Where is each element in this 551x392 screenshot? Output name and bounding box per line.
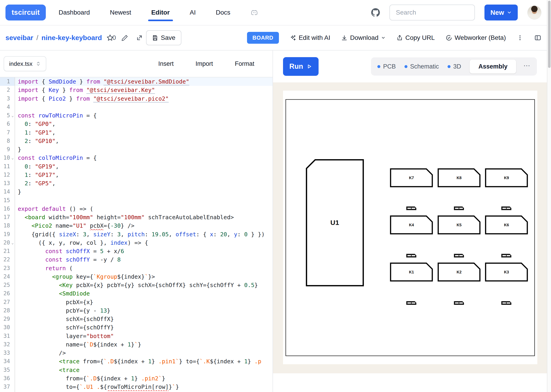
code-text: }: [15, 188, 272, 196]
editor-menu-format[interactable]: Format: [235, 60, 254, 67]
code-line[interactable]: 32 name={`D${index + 1}`}: [0, 340, 272, 349]
code-line[interactable]: 5⌄const rowToMicroPin = {: [0, 111, 272, 120]
code-line[interactable]: 22 const schOffY = -y / 8: [0, 255, 272, 264]
line-gutter: 35: [0, 366, 15, 374]
board-badge[interactable]: BOARD: [247, 32, 279, 44]
code-line[interactable]: 26 <SmdDiode: [0, 289, 272, 298]
avatar[interactable]: [527, 6, 541, 20]
logo[interactable]: tscircuit: [6, 5, 46, 21]
code-line[interactable]: 17 <board width="100mm" height="100mm" s…: [0, 213, 272, 222]
edit-with-ai-button[interactable]: Edit with AI: [290, 34, 330, 42]
assembly-canvas[interactable]: U1K7K8K9K4K5K6K1K2K3: [273, 82, 547, 373]
github-icon[interactable]: [371, 8, 380, 17]
new-button[interactable]: New: [485, 5, 518, 21]
code-line[interactable]: 3import { Pico2 } from "@tsci/seveibar.p…: [0, 94, 272, 103]
code-line[interactable]: 13 2: "GP5",: [0, 179, 272, 188]
code-area[interactable]: 1import { SmdDiode } from "@tsci/seveiba…: [0, 77, 272, 392]
code-line[interactable]: 10⌄const colToMicroPin = {: [0, 154, 272, 162]
fold-chevron-icon[interactable]: ⌄: [10, 238, 15, 247]
code-text: schX={schOffX}: [15, 315, 272, 323]
breadcrumb-project[interactable]: nine-key-keyboard: [42, 34, 102, 42]
fold-spacer: [10, 366, 15, 374]
code-line[interactable]: 6 0: "GP0",: [0, 120, 272, 128]
code-line[interactable]: 4: [0, 103, 272, 111]
nav-item-docs[interactable]: Docs: [216, 9, 230, 16]
code-line[interactable]: 7 1: "GP1",: [0, 128, 272, 137]
line-gutter: 30: [0, 323, 15, 332]
line-number: 33: [0, 349, 10, 357]
editor-menu-insert[interactable]: Insert: [158, 60, 174, 67]
page-scrollbar[interactable]: [547, 0, 551, 392]
code-line[interactable]: 2import { Key } from "@tsci/seveibar.Key…: [0, 86, 272, 94]
code-line[interactable]: 37 to={`.U1 .${rowToMicroPin[row]}`}: [0, 383, 272, 391]
tab-assembly[interactable]: Assembly: [470, 60, 516, 74]
tab-schematic[interactable]: Schematic: [404, 63, 439, 70]
breadcrumb-user[interactable]: seveibar: [6, 34, 33, 42]
edit-pencil-icon[interactable]: [122, 34, 128, 41]
nav-item-editor[interactable]: Editor: [151, 9, 170, 16]
code-line[interactable]: 28 pcbY={y - 13}: [0, 306, 272, 315]
code-line[interactable]: 24 <group key={`Kgroup${index}`}>: [0, 273, 272, 281]
code-line[interactable]: 33 />: [0, 349, 272, 357]
fold-spacer: [10, 391, 15, 392]
line-gutter: 9: [0, 145, 15, 154]
copy-url-button[interactable]: Copy URL: [396, 34, 435, 42]
run-button[interactable]: Run: [283, 57, 319, 76]
breadcrumb-separator: /: [36, 34, 38, 42]
nav-item-newest[interactable]: Newest: [110, 9, 131, 16]
code-line[interactable]: 15: [0, 196, 272, 205]
code-line[interactable]: 14}: [0, 188, 272, 196]
code-line[interactable]: 16export default () => (: [0, 205, 272, 213]
code-line[interactable]: 23 return (: [0, 264, 272, 273]
scrollbar-thumb[interactable]: [548, 1, 551, 68]
fold-spacer: [10, 230, 15, 238]
more-views-button[interactable]: ⋯: [523, 62, 533, 72]
code-line[interactable]: 36 from={`.D${index + 1} .pin2`}: [0, 374, 272, 383]
code-line[interactable]: 11 0: "GP19",: [0, 162, 272, 171]
nav-item-dashboard[interactable]: Dashboard: [58, 9, 90, 16]
tab-3d[interactable]: 3D: [448, 63, 461, 70]
line-gutter: 16: [0, 205, 15, 213]
code-line[interactable]: 20⌄ ({ x, y, row, col }, index) => {: [0, 238, 272, 247]
code-text: 2: "GP10",: [15, 137, 272, 145]
code-line[interactable]: 12 1: "GP17",: [0, 171, 272, 179]
kebab-menu-icon[interactable]: [517, 35, 523, 41]
code-line[interactable]: 19 {grid({ sizeX: 3, sizeY: 3, pitch: 19…: [0, 230, 272, 238]
code-line[interactable]: 27 pcbX={x}: [0, 298, 272, 306]
download-button[interactable]: Download: [341, 34, 386, 42]
code-line[interactable]: 31 layer="bottom": [0, 332, 272, 340]
nav-item-ai[interactable]: AI: [190, 9, 196, 16]
code-line[interactable]: 34 <trace from={`.D${index + 1} .pin1`} …: [0, 357, 272, 366]
code-line[interactable]: 9}: [0, 145, 272, 154]
top-navbar: tscircuit DashboardNewestEditorAIDocs Ne…: [0, 0, 547, 26]
code-line[interactable]: 38 />: [0, 391, 272, 392]
code-line[interactable]: 30 schY={schOffY}: [0, 323, 272, 332]
fold-spacer: [10, 179, 15, 188]
line-number: 11: [0, 162, 10, 171]
tab-pcb[interactable]: PCB: [377, 63, 396, 70]
fold-spacer: [10, 86, 15, 94]
code-line[interactable]: 29 schX={schOffX}: [0, 315, 272, 323]
fold-chevron-icon[interactable]: ⌄: [10, 111, 15, 120]
run-label: Run: [289, 62, 303, 70]
open-share-icon[interactable]: [136, 34, 143, 41]
code-line[interactable]: 35 <trace: [0, 366, 272, 374]
code-line[interactable]: 1import { SmdDiode } from "@tsci/seveiba…: [0, 77, 272, 86]
search-input[interactable]: [389, 5, 475, 21]
save-button[interactable]: Save: [146, 30, 181, 45]
fold-spacer: [10, 255, 15, 264]
code-line[interactable]: 8 2: "GP10",: [0, 137, 272, 145]
code-line[interactable]: 21 const schOffX = 5 + x/6: [0, 247, 272, 255]
code-line[interactable]: 25 <Key pcbX={x} pcbY={y} schX={schOffX}…: [0, 281, 272, 289]
status-dot: [377, 65, 380, 68]
webworker-button[interactable]: Webworker (Beta): [446, 34, 506, 42]
fold-chevron-icon[interactable]: ⌄: [10, 154, 15, 162]
file-selector[interactable]: index.tsx: [4, 56, 46, 71]
line-gutter: 33: [0, 349, 15, 357]
code-text: <Key pcbX={x} pcbY={y} schX={schOffX} sc…: [15, 281, 272, 289]
editor-menu-import[interactable]: Import: [195, 60, 213, 67]
discord-icon[interactable]: [250, 9, 258, 16]
code-line[interactable]: 18 <Pico2 name="U1" pcbX={-30} />: [0, 222, 272, 230]
code-text: import { Key } from "@tsci/seveibar.Key": [15, 86, 272, 94]
panel-toggle-icon[interactable]: [534, 34, 541, 42]
